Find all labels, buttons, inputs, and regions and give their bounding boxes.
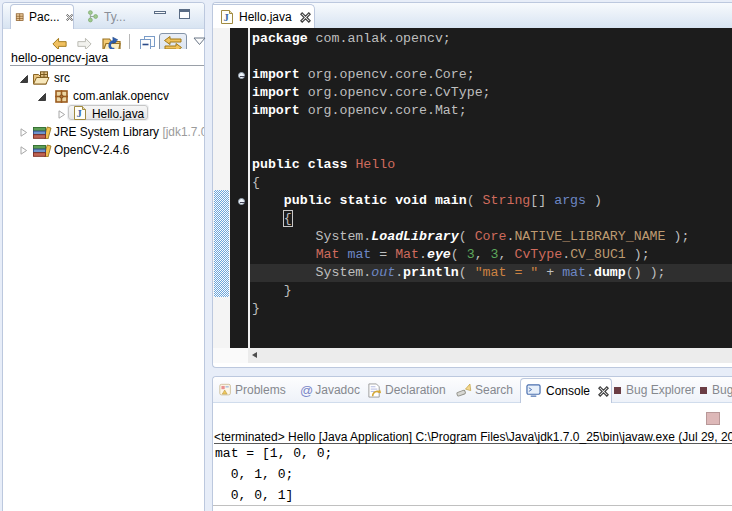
svg-text:J: J: [77, 108, 82, 119]
svg-text:J: J: [224, 12, 229, 23]
